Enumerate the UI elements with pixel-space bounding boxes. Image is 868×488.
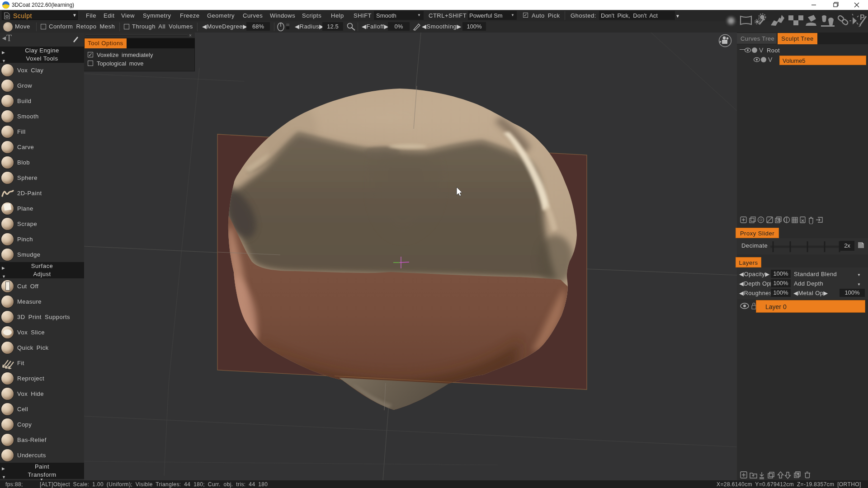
svg-text:V: V — [768, 56, 773, 63]
svg-text:V: V — [759, 47, 764, 54]
